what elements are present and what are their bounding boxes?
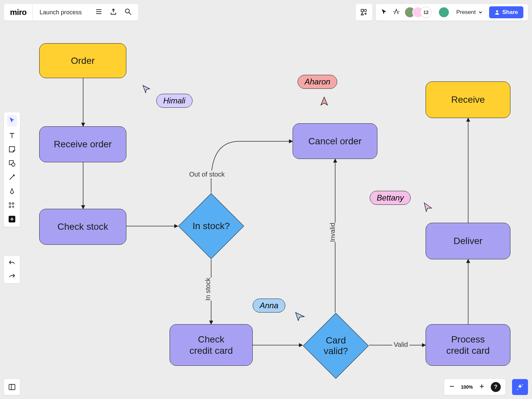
avatar-count[interactable]: 12 (420, 7, 432, 18)
person-icon (494, 10, 500, 15)
chevron-down-icon (478, 10, 482, 14)
sticky-note-icon[interactable] (8, 146, 16, 154)
cursor-pointer-bettany (423, 202, 433, 214)
reactions-icon[interactable] (392, 8, 400, 17)
svg-point-18 (12, 203, 14, 204)
node-label: In stock? (193, 221, 230, 231)
edge-label-out-of-stock: Out of stock (188, 171, 226, 178)
redo-icon[interactable] (8, 273, 16, 280)
svg-line-10 (129, 13, 131, 15)
node-cancel-order[interactable]: Cancel order (293, 123, 377, 159)
node-card-valid[interactable]: Card valid? (303, 313, 369, 379)
svg-rect-11 (361, 9, 363, 12)
frame-tool-icon[interactable] (8, 201, 16, 210)
edge-label-invalid: Invalid (328, 223, 338, 242)
board-name[interactable]: Launch process (33, 9, 88, 16)
node-label: Receive order (54, 139, 112, 150)
topbar-right: 12 Present Share (356, 4, 528, 21)
share-label: Share (502, 9, 518, 16)
node-receive[interactable]: Receive (426, 81, 510, 118)
zoom-level[interactable]: 100% (461, 384, 473, 390)
cursor-pointer-anna (295, 312, 306, 323)
topbar-left: miro Launch process (4, 4, 138, 21)
node-label: Process credit card (446, 334, 490, 356)
zoom-in-icon[interactable] (479, 383, 485, 391)
node-label: Deliver (454, 235, 482, 247)
node-in-stock[interactable]: In stock? (178, 193, 244, 259)
svg-line-16 (10, 175, 14, 180)
panel-toggle-button[interactable] (4, 379, 20, 395)
zoom-controls: 100% ? (444, 379, 505, 395)
node-order[interactable]: Order (39, 43, 126, 78)
svg-point-13 (496, 10, 498, 12)
pen-tool-icon[interactable] (8, 188, 16, 196)
export-icon[interactable] (110, 8, 117, 17)
cursor-pointer-aharon (319, 96, 329, 109)
shape-tool-icon[interactable] (8, 160, 16, 168)
avatar-self[interactable] (438, 7, 450, 18)
node-label: Cancel order (308, 136, 361, 147)
cursor-bubble-aharon: Aharon (298, 75, 337, 89)
zoom-out-icon[interactable] (449, 383, 455, 391)
edge-label-valid: Valid (392, 341, 409, 348)
apps-button[interactable] (356, 4, 372, 21)
node-check-cc[interactable]: Check credit card (170, 324, 253, 366)
present-label: Present (456, 9, 476, 16)
cursor-mode-icon[interactable] (380, 8, 388, 17)
svg-point-15 (12, 163, 15, 166)
menu-icon[interactable] (95, 8, 102, 17)
left-toolbar (4, 112, 20, 227)
node-label: Receive (451, 94, 485, 105)
more-tools-icon[interactable] (8, 215, 16, 224)
collaborator-avatars[interactable]: 12 (404, 7, 432, 18)
node-label: Card valid? (324, 335, 348, 356)
present-button[interactable]: Present (454, 9, 484, 16)
svg-point-19 (9, 206, 11, 208)
node-label: Check credit card (190, 334, 233, 356)
cursor-bubble-bettany: Bettany (370, 191, 411, 205)
help-button[interactable]: ? (491, 382, 501, 392)
node-check-stock[interactable]: Check stock (39, 209, 126, 245)
svg-point-27 (517, 389, 518, 390)
edge-label-in-stock: In stock (203, 278, 213, 301)
node-deliver[interactable]: Deliver (426, 223, 510, 259)
undo-redo-toolbar (4, 256, 20, 283)
node-label: Order (71, 55, 95, 66)
canvas[interactable]: Order Receive order Check stock In stock… (0, 0, 532, 399)
text-tool-icon[interactable] (8, 132, 16, 140)
node-process-cc[interactable]: Process credit card (426, 324, 510, 366)
node-label: Check stock (58, 221, 108, 232)
select-tool-icon[interactable] (7, 115, 17, 126)
undo-icon[interactable] (8, 259, 16, 267)
svg-point-12 (364, 9, 367, 12)
cursor-pointer-himali (142, 85, 152, 95)
svg-rect-21 (9, 384, 15, 390)
logo[interactable]: miro (4, 4, 33, 21)
cursor-bubble-anna: Anna (253, 299, 285, 313)
share-button[interactable]: Share (489, 6, 523, 18)
ai-assist-button[interactable] (512, 379, 528, 395)
svg-point-26 (522, 384, 523, 385)
line-tool-icon[interactable] (8, 174, 16, 182)
node-receive-order[interactable]: Receive order (39, 126, 126, 162)
svg-point-17 (9, 203, 11, 204)
search-icon[interactable] (124, 8, 132, 17)
cursor-bubble-himali: Himali (156, 94, 193, 108)
svg-point-9 (125, 9, 129, 13)
